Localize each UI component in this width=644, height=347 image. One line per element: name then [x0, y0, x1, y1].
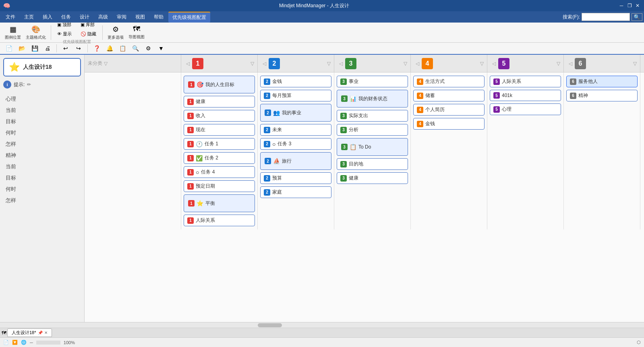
expand-icon[interactable]: ⬡ [637, 340, 641, 345]
search-button[interactable]: 🔍 [632, 13, 642, 21]
new-btn[interactable]: 📄 [3, 43, 14, 54]
tab-main[interactable]: 人生设计18* 📌 ✕ [7, 328, 52, 337]
card-interpersonal[interactable]: 5 人际关系 [490, 76, 561, 87]
theme-format-btn[interactable]: 🎨 主题格式化 [24, 24, 48, 41]
card-relations[interactable]: 1 人际关系 [184, 215, 255, 226]
open-btn[interactable]: 📂 [16, 43, 27, 54]
badge-health2: 3 [340, 175, 347, 182]
sidebar-item-jingshen[interactable]: 精神 [3, 150, 81, 161]
copy-btn[interactable]: 📋 [117, 43, 128, 54]
card-text-save: 储蓄 [425, 92, 435, 99]
card-text-todo: To Do [358, 144, 371, 150]
sidebar-item-heshi1[interactable]: 何时 [3, 127, 81, 138]
scrollbar-horizontal[interactable] [0, 322, 644, 328]
more-btn[interactable]: ▼ [155, 43, 167, 54]
sidebar-item-dangqian2[interactable]: 当前 [3, 161, 81, 172]
edit-icon[interactable]: ✏ [27, 82, 31, 87]
pin-icon[interactable]: 📌 [38, 330, 43, 335]
info-icon: i [3, 81, 11, 89]
minus-btn[interactable]: ─ [30, 340, 33, 345]
badge-future: 2 [264, 127, 270, 133]
sidebar-item-zenyang2[interactable]: 怎样 [3, 195, 81, 206]
badge-budget: 2 [264, 175, 270, 182]
guide-view-btn[interactable]: 🗺 导图视图 [127, 24, 146, 41]
card-analysis[interactable]: 3 分析 [337, 124, 408, 136]
sidebar: ⭐ 人生设计18 i 提示: ✏ 心理 当前 目标 何时 怎样 精神 当前 目标… [0, 55, 85, 322]
task-btn[interactable]: ⚙ [143, 43, 154, 54]
search-label: 搜索(F): [563, 14, 580, 21]
warehouse-btn[interactable]: ▣ 库部 [78, 21, 99, 29]
sidebar-item-xinli[interactable]: 心理 [3, 93, 81, 105]
status-bar: 📄 🔽 🌐 ─ 100% ⬡ [0, 337, 644, 347]
col-header-5: ◁ 5 ▽ [487, 55, 564, 72]
card-text-task4: 任务 4 [201, 169, 215, 176]
restore-button[interactable]: ❐ [626, 2, 633, 9]
scrollbar-thumb[interactable] [258, 323, 282, 327]
top-btn[interactable]: ▣ 顶部 [54, 21, 75, 29]
card-travel[interactable]: 2 ⛵ 旅行 [260, 152, 331, 170]
card-401k[interactable]: 5 401k [490, 90, 561, 101]
card-balance[interactable]: 1 ⭐ 平衡 [184, 194, 255, 212]
card-family[interactable]: 2 家庭 [260, 186, 331, 198]
sidebar-item-zenyang1[interactable]: 怎样 [3, 138, 81, 150]
sidebar-item-dangqian1[interactable]: 当前 [3, 105, 81, 116]
search-input[interactable] [582, 13, 630, 21]
priority-col-5: 5 人际关系 5 401k 5 心理 [487, 72, 564, 229]
theme-icon: 🎨 [31, 25, 40, 34]
card-money2[interactable]: 4 金钱 [413, 118, 485, 130]
undo-btn[interactable]: ↩ [60, 43, 71, 54]
card-budget[interactable]: 2 预算 [260, 172, 331, 184]
card-monthly-budget[interactable]: 2 每月预算 [260, 90, 331, 101]
card-scheduled-date[interactable]: 1 预定日期 [184, 180, 255, 192]
print-btn[interactable]: 🖨 [42, 43, 53, 54]
hide-btn[interactable]: 🚫 隐藏 [78, 30, 99, 38]
card-destination[interactable]: 3 目的地 [337, 158, 408, 170]
card-resume[interactable]: 4 个人简历 [413, 104, 485, 116]
col6-left-arrow: ◁ [569, 61, 572, 66]
alert-btn[interactable]: 🔔 [104, 43, 115, 54]
tab-close-btn[interactable]: ✕ [44, 330, 48, 335]
map-card[interactable]: ⭐ 人生设计18 [3, 58, 81, 76]
show-btn[interactable]: 👁 显示 [54, 30, 75, 38]
menu-priority-config[interactable]: 优先级视图配置 [168, 12, 210, 23]
card-actual-expense[interactable]: 3 实际支出 [337, 110, 408, 122]
card-task4[interactable]: 1 ○ 任务 4 [184, 166, 255, 178]
card-finance-status[interactable]: 3 📊 我的财务状态 [337, 90, 408, 107]
card-task2[interactable]: 1 ✅ 任务 2 [184, 152, 255, 164]
col5-right-arrow: ▽ [557, 61, 560, 66]
card-future[interactable]: 2 未来 [260, 124, 331, 136]
sidebar-item-mubiao1[interactable]: 目标 [3, 116, 81, 127]
uncategorized-header: 未分类 ▽ [85, 55, 181, 72]
menu-help[interactable]: 帮助 [150, 12, 168, 22]
redo-btn[interactable]: ↪ [73, 43, 84, 54]
badge-resume: 4 [417, 107, 423, 113]
card-income[interactable]: 1 收入 [184, 110, 255, 122]
card-task1[interactable]: 1 🕐 任务 1 [184, 138, 255, 150]
card-todo[interactable]: 3 📋 To Do [337, 138, 408, 156]
card-now[interactable]: 1 现在 [184, 124, 255, 136]
help-btn[interactable]: ❓ [91, 43, 102, 54]
example-position-btn[interactable]: ▦ 图例位置 [3, 24, 23, 41]
card-lifestyle[interactable]: 4 生活方式 [413, 76, 485, 87]
more-options-btn[interactable]: ⚙ 更多选项 [106, 24, 125, 41]
save-btn[interactable]: 💾 [29, 43, 40, 54]
close-button[interactable]: ✕ [634, 2, 641, 9]
card-career2[interactable]: 3 事业 [337, 76, 408, 87]
card-life-goal[interactable]: 1 🎯 我的人生目标 [184, 76, 255, 93]
team-icon: 👥 [273, 109, 280, 116]
sidebar-item-heshi2[interactable]: 何时 [3, 184, 81, 195]
card-psychology[interactable]: 5 心理 [490, 103, 561, 115]
card-money[interactable]: 2 金钱 [260, 76, 331, 87]
card-spirit[interactable]: 6 精神 [566, 90, 638, 101]
card-savings[interactable]: 4 储蓄 [413, 90, 485, 101]
sidebar-item-mubiao2[interactable]: 目标 [3, 172, 81, 184]
card-task3[interactable]: 2 ○ 任务 3 [260, 138, 331, 150]
badge-career: 2 [265, 109, 271, 116]
card-serve[interactable]: 6 服务他人 [566, 76, 638, 87]
zoom-btn[interactable]: 🔍 [130, 43, 141, 54]
card-health[interactable]: 1 健康 [184, 96, 255, 107]
card-career[interactable]: 2 👥 我的事业 [260, 104, 331, 122]
minimize-button[interactable]: ─ [618, 2, 625, 9]
card-health2[interactable]: 3 健康 [337, 172, 408, 184]
badge-travel: 2 [265, 158, 271, 164]
